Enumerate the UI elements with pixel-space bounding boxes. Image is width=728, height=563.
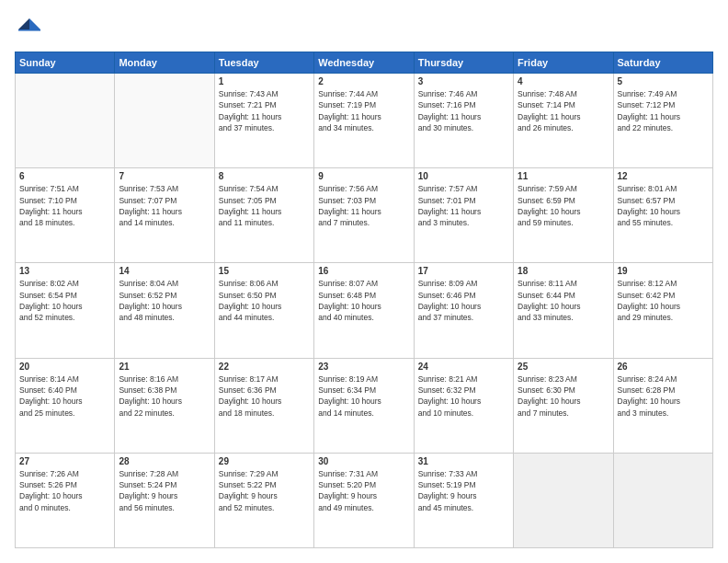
- day-info: Sunrise: 8:17 AM Sunset: 6:36 PM Dayligh…: [219, 373, 310, 419]
- day-cell: 10Sunrise: 7:57 AM Sunset: 7:01 PM Dayli…: [414, 168, 513, 263]
- day-number: 25: [518, 362, 609, 372]
- day-info: Sunrise: 8:04 AM Sunset: 6:52 PM Dayligh…: [119, 278, 210, 323]
- day-cell: 7Sunrise: 7:53 AM Sunset: 7:07 PM Daylig…: [115, 168, 214, 263]
- day-number: 12: [618, 171, 709, 181]
- day-cell: 2Sunrise: 7:44 AM Sunset: 7:19 PM Daylig…: [314, 74, 414, 168]
- day-cell: 25Sunrise: 8:23 AM Sunset: 6:30 PM Dayli…: [514, 358, 613, 453]
- weekday-header-monday: Monday: [115, 52, 214, 74]
- day-number: 26: [618, 362, 709, 372]
- day-number: 6: [19, 171, 110, 181]
- day-info: Sunrise: 8:19 AM Sunset: 6:34 PM Dayligh…: [318, 373, 409, 419]
- day-cell: [613, 453, 712, 547]
- day-cell: 23Sunrise: 8:19 AM Sunset: 6:34 PM Dayli…: [314, 358, 414, 453]
- day-cell: 27Sunrise: 7:26 AM Sunset: 5:26 PM Dayli…: [16, 453, 115, 547]
- day-info: Sunrise: 7:26 AM Sunset: 5:26 PM Dayligh…: [19, 468, 110, 513]
- day-cell: 20Sunrise: 8:14 AM Sunset: 6:40 PM Dayli…: [16, 358, 115, 453]
- week-row-5: 27Sunrise: 7:26 AM Sunset: 5:26 PM Dayli…: [16, 453, 713, 547]
- day-info: Sunrise: 8:21 AM Sunset: 6:32 PM Dayligh…: [418, 373, 509, 419]
- day-info: Sunrise: 7:56 AM Sunset: 7:03 PM Dayligh…: [318, 183, 409, 228]
- day-info: Sunrise: 8:02 AM Sunset: 6:54 PM Dayligh…: [19, 278, 110, 323]
- day-info: Sunrise: 7:29 AM Sunset: 5:22 PM Dayligh…: [219, 468, 310, 513]
- week-row-4: 20Sunrise: 8:14 AM Sunset: 6:40 PM Dayli…: [16, 358, 713, 453]
- day-info: Sunrise: 7:49 AM Sunset: 7:12 PM Dayligh…: [618, 88, 709, 133]
- day-cell: 17Sunrise: 8:09 AM Sunset: 6:46 PM Dayli…: [414, 263, 513, 358]
- day-info: Sunrise: 8:06 AM Sunset: 6:50 PM Dayligh…: [219, 278, 310, 323]
- weekday-header-saturday: Saturday: [613, 52, 712, 74]
- day-number: 21: [119, 362, 210, 372]
- weekday-header-thursday: Thursday: [414, 52, 513, 74]
- day-number: 13: [19, 266, 110, 276]
- day-info: Sunrise: 7:48 AM Sunset: 7:14 PM Dayligh…: [518, 88, 609, 133]
- day-number: 5: [618, 76, 709, 86]
- logo-icon: [15, 15, 44, 44]
- weekday-header-sunday: Sunday: [16, 52, 115, 74]
- day-info: Sunrise: 7:33 AM Sunset: 5:19 PM Dayligh…: [418, 468, 509, 513]
- day-cell: 22Sunrise: 8:17 AM Sunset: 6:36 PM Dayli…: [214, 358, 313, 453]
- day-info: Sunrise: 7:43 AM Sunset: 7:21 PM Dayligh…: [219, 88, 310, 133]
- day-cell: 29Sunrise: 7:29 AM Sunset: 5:22 PM Dayli…: [214, 453, 313, 547]
- day-cell: 6Sunrise: 7:51 AM Sunset: 7:10 PM Daylig…: [16, 168, 115, 263]
- day-number: 15: [219, 266, 310, 276]
- day-number: 3: [418, 76, 509, 86]
- day-info: Sunrise: 7:51 AM Sunset: 7:10 PM Dayligh…: [19, 183, 110, 228]
- day-number: 1: [219, 76, 310, 86]
- day-info: Sunrise: 8:24 AM Sunset: 6:28 PM Dayligh…: [618, 373, 709, 419]
- day-info: Sunrise: 8:16 AM Sunset: 6:38 PM Dayligh…: [119, 373, 210, 419]
- day-cell: 9Sunrise: 7:56 AM Sunset: 7:03 PM Daylig…: [314, 168, 414, 263]
- weekday-header-friday: Friday: [514, 52, 613, 74]
- day-cell: 8Sunrise: 7:54 AM Sunset: 7:05 PM Daylig…: [214, 168, 313, 263]
- svg-rect-3: [18, 29, 40, 31]
- day-cell: 18Sunrise: 8:11 AM Sunset: 6:44 PM Dayli…: [514, 263, 613, 358]
- day-number: 31: [418, 456, 509, 466]
- svg-marker-1: [29, 18, 40, 29]
- week-row-1: 1Sunrise: 7:43 AM Sunset: 7:21 PM Daylig…: [16, 74, 713, 168]
- day-cell: 5Sunrise: 7:49 AM Sunset: 7:12 PM Daylig…: [613, 74, 712, 168]
- day-number: 7: [119, 171, 210, 181]
- day-number: 27: [19, 456, 110, 466]
- day-number: 4: [518, 76, 609, 86]
- day-cell: 11Sunrise: 7:59 AM Sunset: 6:59 PM Dayli…: [514, 168, 613, 263]
- day-number: 29: [219, 456, 310, 466]
- day-cell: 13Sunrise: 8:02 AM Sunset: 6:54 PM Dayli…: [16, 263, 115, 358]
- day-info: Sunrise: 7:46 AM Sunset: 7:16 PM Dayligh…: [418, 88, 509, 133]
- day-info: Sunrise: 8:01 AM Sunset: 6:57 PM Dayligh…: [618, 183, 709, 228]
- day-number: 30: [318, 456, 409, 466]
- day-info: Sunrise: 7:31 AM Sunset: 5:20 PM Dayligh…: [318, 468, 409, 513]
- day-info: Sunrise: 7:28 AM Sunset: 5:24 PM Dayligh…: [119, 468, 210, 513]
- day-cell: 1Sunrise: 7:43 AM Sunset: 7:21 PM Daylig…: [214, 74, 313, 168]
- day-info: Sunrise: 8:09 AM Sunset: 6:46 PM Dayligh…: [418, 278, 509, 323]
- week-row-2: 6Sunrise: 7:51 AM Sunset: 7:10 PM Daylig…: [16, 168, 713, 263]
- weekday-header-tuesday: Tuesday: [214, 52, 313, 74]
- day-cell: 14Sunrise: 8:04 AM Sunset: 6:52 PM Dayli…: [115, 263, 214, 358]
- day-number: 18: [518, 266, 609, 276]
- day-cell: 19Sunrise: 8:12 AM Sunset: 6:42 PM Dayli…: [613, 263, 712, 358]
- day-cell: 15Sunrise: 8:06 AM Sunset: 6:50 PM Dayli…: [214, 263, 313, 358]
- weekday-header-wednesday: Wednesday: [314, 52, 414, 74]
- day-info: Sunrise: 8:14 AM Sunset: 6:40 PM Dayligh…: [19, 373, 110, 419]
- day-info: Sunrise: 7:44 AM Sunset: 7:19 PM Dayligh…: [318, 88, 409, 133]
- day-cell: [514, 453, 613, 547]
- day-number: 2: [318, 76, 409, 86]
- day-cell: 12Sunrise: 8:01 AM Sunset: 6:57 PM Dayli…: [613, 168, 712, 263]
- day-number: 19: [618, 266, 709, 276]
- svg-marker-2: [18, 18, 29, 29]
- day-cell: 16Sunrise: 8:07 AM Sunset: 6:48 PM Dayli…: [314, 263, 414, 358]
- day-cell: 28Sunrise: 7:28 AM Sunset: 5:24 PM Dayli…: [115, 453, 214, 547]
- day-number: 24: [418, 362, 509, 372]
- day-cell: 30Sunrise: 7:31 AM Sunset: 5:20 PM Dayli…: [314, 453, 414, 547]
- logo: [15, 15, 48, 44]
- day-info: Sunrise: 7:59 AM Sunset: 6:59 PM Dayligh…: [518, 183, 609, 228]
- day-info: Sunrise: 8:12 AM Sunset: 6:42 PM Dayligh…: [618, 278, 709, 323]
- day-info: Sunrise: 8:07 AM Sunset: 6:48 PM Dayligh…: [318, 278, 409, 323]
- header: [15, 15, 713, 44]
- day-cell: [16, 74, 115, 168]
- day-number: 23: [318, 362, 409, 372]
- day-number: 14: [119, 266, 210, 276]
- day-info: Sunrise: 8:23 AM Sunset: 6:30 PM Dayligh…: [518, 373, 609, 419]
- day-cell: 4Sunrise: 7:48 AM Sunset: 7:14 PM Daylig…: [514, 74, 613, 168]
- day-info: Sunrise: 7:54 AM Sunset: 7:05 PM Dayligh…: [219, 183, 310, 228]
- calendar: SundayMondayTuesdayWednesdayThursdayFrid…: [15, 52, 713, 548]
- day-cell: 31Sunrise: 7:33 AM Sunset: 5:19 PM Dayli…: [414, 453, 513, 547]
- day-cell: 24Sunrise: 8:21 AM Sunset: 6:32 PM Dayli…: [414, 358, 513, 453]
- day-number: 16: [318, 266, 409, 276]
